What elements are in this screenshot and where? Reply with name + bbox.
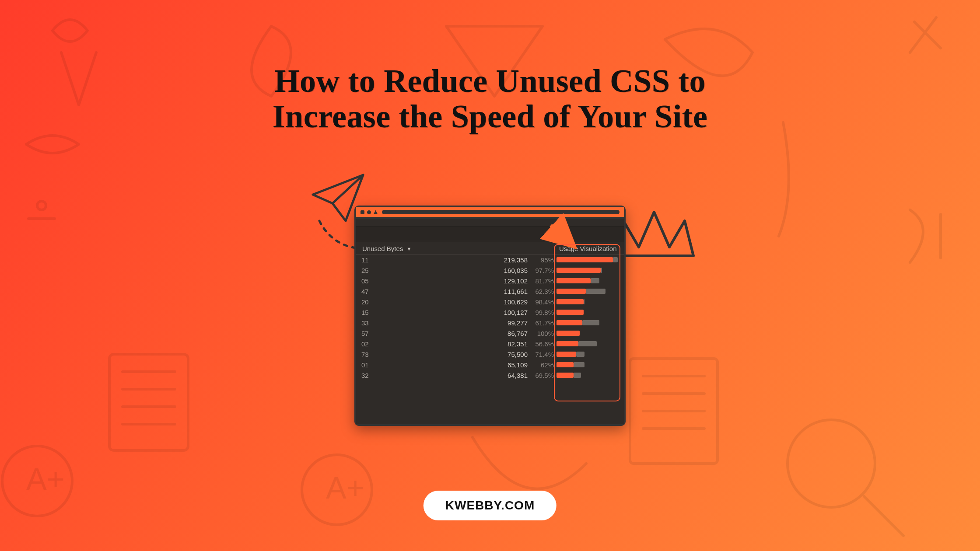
usage-bar — [556, 299, 618, 304]
unused-percent-value: 61.7% — [529, 319, 556, 327]
usage-bar — [556, 289, 618, 294]
table-row[interactable]: 7375,50071.4% — [356, 349, 624, 359]
unused-bytes-value: 64,381 — [503, 372, 529, 379]
row-index: 11 — [359, 256, 377, 264]
unused-percent-value: 97.7% — [529, 267, 556, 274]
table-row[interactable]: 0282,35156.6% — [356, 338, 624, 349]
row-index: 20 — [359, 298, 377, 306]
unused-percent-value: 100% — [529, 330, 556, 337]
row-index: 15 — [359, 309, 377, 316]
unused-percent-value: 56.6% — [529, 340, 556, 348]
usage-bar — [556, 320, 618, 325]
unused-bytes-value: 219,358 — [503, 256, 529, 264]
window-controls[interactable] — [360, 210, 378, 214]
sort-desc-icon: ▼ — [407, 246, 412, 251]
unused-bytes-value: 100,629 — [503, 298, 529, 306]
table-row[interactable]: 0165,10962% — [356, 359, 624, 370]
unused-percent-value: 99.8% — [529, 309, 556, 316]
table-row[interactable]: 15100,12799.8% — [356, 307, 624, 317]
table-body: 11219,35895%25160,03597.7%05129,10281.7%… — [356, 255, 624, 380]
svg-rect-1 — [109, 354, 188, 450]
row-index: 73 — [359, 351, 377, 358]
unused-bytes-value: 75,500 — [503, 351, 529, 358]
unused-percent-value: 95% — [529, 256, 556, 264]
column-header-usage-visualization[interactable]: Usage Visualization — [556, 245, 618, 252]
table-row[interactable]: 3399,27761.7% — [356, 317, 624, 328]
column-header-label: Unused Bytes — [362, 245, 403, 252]
table-row[interactable]: 47111,66162.3% — [356, 286, 624, 296]
usage-bar — [556, 257, 618, 262]
unused-bytes-value: 82,351 — [503, 340, 529, 348]
table-row[interactable]: 11219,35895% — [356, 255, 624, 265]
unused-bytes-value: 160,035 — [503, 267, 529, 274]
svg-point-0 — [37, 201, 46, 210]
unused-bytes-value: 99,277 — [503, 319, 529, 327]
usage-bar — [556, 341, 618, 346]
window-titlebar — [356, 207, 624, 219]
svg-text:A+: A+ — [26, 462, 65, 496]
unused-bytes-value: 111,661 — [503, 288, 529, 295]
unused-bytes-value: 65,109 — [503, 361, 529, 369]
devtools-window: Unused Bytes ▼ Usage Visualization 11219… — [354, 206, 626, 426]
usage-bar — [556, 268, 618, 273]
row-index: 05 — [359, 277, 377, 285]
unused-bytes-value: 100,127 — [503, 309, 529, 316]
row-index: 01 — [359, 361, 377, 369]
unused-percent-value: 62.3% — [529, 288, 556, 295]
table-row[interactable]: 3264,38169.5% — [356, 370, 624, 380]
usage-bar — [556, 362, 618, 367]
usage-bar — [556, 352, 618, 357]
row-index: 02 — [359, 340, 377, 348]
unused-percent-value: 81.7% — [529, 277, 556, 285]
column-header-unused-bytes[interactable]: Unused Bytes ▼ — [359, 245, 529, 252]
page-title: How to Reduce Unused CSS to Increase the… — [228, 63, 752, 135]
usage-bar — [556, 373, 618, 378]
usage-bar — [556, 331, 618, 336]
unused-bytes-value: 129,102 — [503, 277, 529, 285]
svg-point-6 — [302, 455, 372, 525]
panel-toolbar — [356, 227, 624, 241]
table-row[interactable]: 5786,767100% — [356, 328, 624, 338]
usage-bar — [556, 278, 618, 283]
row-index: 33 — [359, 319, 377, 327]
table-row[interactable]: 05129,10281.7% — [356, 276, 624, 286]
table-row[interactable]: 20100,62998.4% — [356, 296, 624, 307]
svg-point-2 — [788, 420, 875, 507]
row-index: 57 — [359, 330, 377, 337]
unused-percent-value: 69.5% — [529, 372, 556, 379]
svg-text:A+: A+ — [326, 471, 364, 505]
coverage-panel: Unused Bytes ▼ Usage Visualization 11219… — [356, 219, 624, 424]
row-index: 47 — [359, 288, 377, 295]
row-index: 25 — [359, 267, 377, 274]
unused-percent-value: 71.4% — [529, 351, 556, 358]
usage-bar — [556, 310, 618, 315]
unused-bytes-value: 86,767 — [503, 330, 529, 337]
svg-point-4 — [2, 446, 72, 516]
svg-rect-3 — [630, 359, 718, 464]
table-row[interactable]: 25160,03597.7% — [356, 265, 624, 276]
window-control-icon[interactable] — [360, 210, 364, 214]
row-index: 32 — [359, 372, 377, 379]
unused-percent-value: 62% — [529, 361, 556, 369]
unused-percent-value: 98.4% — [529, 298, 556, 306]
window-control-icon[interactable] — [374, 210, 378, 214]
url-bar[interactable] — [382, 210, 620, 214]
window-control-icon[interactable] — [367, 210, 371, 214]
site-badge: KWEBBY.COM — [424, 491, 556, 520]
table-header-row: Unused Bytes ▼ Usage Visualization — [356, 243, 624, 255]
